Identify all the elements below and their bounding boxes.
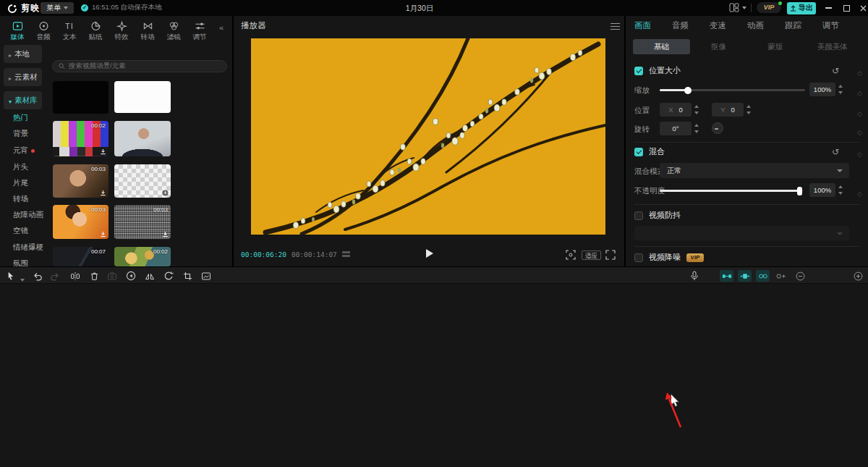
category-outro[interactable]: 片尾	[13, 178, 28, 188]
tab-transition[interactable]: 转场	[135, 19, 161, 42]
category-meme[interactable]: 情绪爆梗	[13, 243, 43, 253]
video-preview[interactable]	[251, 38, 605, 235]
freeze-frame-icon[interactable]	[106, 270, 118, 282]
position-y-stepper[interactable]	[746, 103, 752, 117]
search-input[interactable]: 搜索视频场景/元素	[52, 60, 227, 72]
subtab-basic[interactable]: 基础	[633, 39, 690, 54]
category-background[interactable]: 背景	[13, 129, 28, 139]
category-intro[interactable]: 片头	[13, 162, 28, 172]
category-hot[interactable]: 热门	[13, 113, 28, 123]
group-local[interactable]: 本地	[4, 45, 42, 63]
tab-adjust[interactable]: 调节	[187, 19, 213, 42]
delete-icon[interactable]	[88, 270, 100, 282]
checkbox-unchecked[interactable]	[634, 253, 643, 262]
media-thumbnail-white[interactable]	[114, 81, 171, 113]
category-lantern[interactable]: 元宵	[13, 146, 35, 156]
undo-icon[interactable]	[32, 270, 43, 282]
opacity-stepper[interactable]	[838, 183, 843, 197]
collapse-panel-button[interactable]: «	[219, 23, 224, 32]
opacity-slider[interactable]	[660, 190, 803, 192]
position-x-stepper[interactable]	[694, 103, 699, 117]
layout-switch-icon[interactable]	[729, 3, 739, 12]
category-broll[interactable]: 空镜	[13, 226, 28, 236]
tab-effects[interactable]: 特效	[109, 19, 135, 42]
category-transition[interactable]: 转场	[13, 194, 28, 204]
checkbox-checked[interactable]	[634, 148, 643, 156]
media-thumbnail-colorbars[interactable]: 00:02	[53, 121, 109, 156]
media-thumbnail-dark[interactable]: 00:07	[53, 247, 109, 266]
download-icon[interactable]	[100, 231, 106, 237]
keyframe-icon[interactable]	[857, 65, 862, 78]
download-icon[interactable]	[162, 190, 169, 196]
position-x-input[interactable]: X 0	[660, 103, 692, 117]
tab-speed[interactable]: 变速	[710, 20, 726, 31]
vip-badge[interactable]: VIP	[757, 2, 781, 13]
play-button[interactable]	[426, 249, 433, 258]
tab-filter[interactable]: 滤镜	[161, 19, 187, 42]
redo-icon[interactable]	[49, 270, 61, 282]
media-thumbnail-laughing-man[interactable]: 00:03	[53, 164, 109, 198]
player-menu-icon[interactable]	[610, 23, 620, 30]
tab-audio[interactable]: 音频	[30, 19, 56, 42]
reverse-play-icon[interactable]	[125, 270, 137, 282]
matting-icon[interactable]	[200, 270, 212, 282]
rotation-knob[interactable]	[712, 122, 723, 134]
download-icon[interactable]	[100, 148, 106, 155]
minimize-button[interactable]	[822, 1, 835, 14]
subtab-beauty[interactable]: 美颜美体	[804, 39, 861, 54]
auto-snap-toggle-icon[interactable]	[738, 270, 752, 282]
category-ambience[interactable]: 氛围	[13, 258, 28, 266]
timeline-zoom-in-icon[interactable]	[852, 270, 864, 282]
group-library[interactable]: 素材库	[4, 91, 42, 109]
record-voice-icon[interactable]	[689, 270, 700, 282]
tab-sticker[interactable]: 贴纸	[82, 19, 109, 42]
reset-icon[interactable]	[832, 64, 839, 77]
linkage-toggle-icon[interactable]	[756, 270, 770, 282]
fullscreen-icon[interactable]	[605, 250, 616, 260]
multi-track-toggle-icon[interactable]	[775, 270, 787, 282]
download-icon[interactable]	[100, 190, 106, 196]
keyframe-icon[interactable]	[857, 146, 862, 159]
rotation-value[interactable]: 0°	[660, 122, 692, 135]
timeline-area[interactable]: 00:00 00:02 00:04 00:06 00:08 00:10 00:1…	[0, 284, 868, 467]
category-glitch[interactable]: 故障动画	[13, 210, 43, 220]
crop-icon[interactable]	[182, 270, 193, 282]
export-button[interactable]: 导出	[787, 2, 816, 14]
media-thumbnail-cartoon[interactable]: 00:02	[114, 247, 171, 266]
select-tool-icon[interactable]	[6, 270, 17, 282]
scale-slider[interactable]	[660, 89, 805, 91]
keyframe-icon[interactable]	[857, 125, 862, 138]
tab-tracking[interactable]: 跟踪	[785, 20, 801, 31]
maximize-button[interactable]	[840, 1, 853, 14]
position-y-input[interactable]: Y 0	[712, 103, 744, 117]
frame-preview-icon[interactable]	[342, 251, 351, 258]
subtab-mask[interactable]: 蒙版	[747, 39, 804, 54]
reset-icon[interactable]	[832, 145, 839, 158]
fit-mode-button[interactable]: 适应	[582, 251, 601, 260]
menu-button[interactable]: 菜单	[41, 2, 74, 14]
scale-value[interactable]: 100%	[809, 83, 835, 96]
media-thumbnail-woman[interactable]: 00:03	[53, 205, 109, 239]
tab-picture[interactable]: 画面	[634, 20, 651, 31]
focus-scan-icon[interactable]	[566, 250, 576, 260]
tab-audio-props[interactable]: 音频	[672, 20, 689, 31]
checkbox-unchecked[interactable]	[634, 211, 643, 220]
tab-animation[interactable]: 动画	[747, 20, 764, 31]
tab-text[interactable]: TI 文本	[56, 19, 82, 42]
subtab-cutout[interactable]: 抠像	[690, 39, 747, 54]
media-thumbnail-static[interactable]: 00:03	[114, 205, 171, 239]
media-thumbnail-black[interactable]	[53, 81, 109, 114]
timeline-zoom-out-icon[interactable]	[794, 270, 806, 282]
split-icon[interactable]	[69, 270, 81, 282]
chevron-down-icon[interactable]	[742, 7, 746, 9]
mirror-icon[interactable]	[144, 270, 156, 282]
keyframe-icon[interactable]	[857, 106, 862, 119]
tab-adjust-props[interactable]: 调节	[822, 20, 839, 31]
preview-axis-toggle-icon[interactable]	[720, 270, 733, 282]
media-thumbnail-transparent[interactable]	[114, 164, 171, 198]
rotate-icon[interactable]	[163, 270, 174, 282]
close-button[interactable]	[856, 1, 868, 14]
group-cloud[interactable]: 云素材	[4, 68, 42, 86]
blend-mode-dropdown[interactable]: 正常	[660, 163, 849, 178]
media-thumbnail-man[interactable]	[114, 121, 171, 156]
